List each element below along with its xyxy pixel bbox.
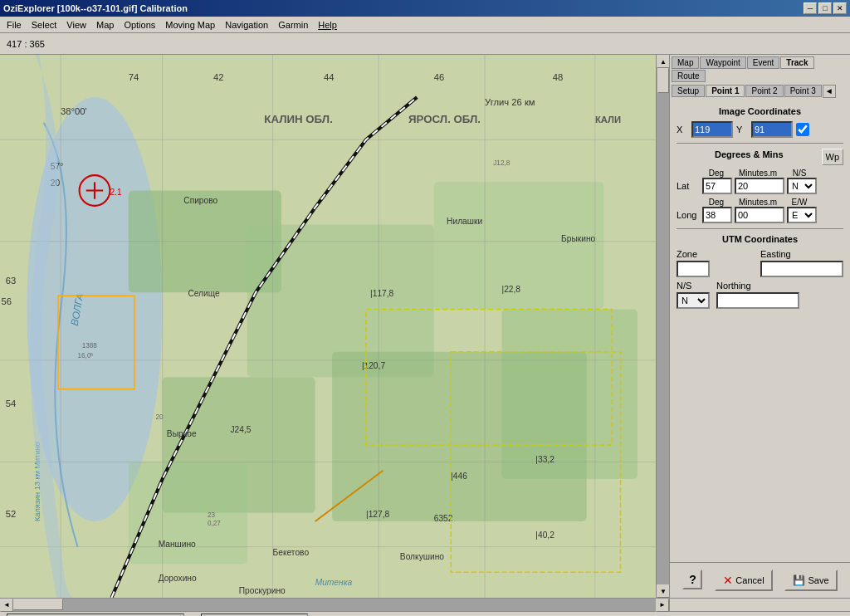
menu-moving-map[interactable]: Moving Map xyxy=(160,18,220,32)
utm-northing-label: Northing xyxy=(716,281,843,291)
image-coords-title: Image Coordinates xyxy=(677,106,843,116)
bottom-scrollbar: ◄ ► xyxy=(0,598,850,611)
lat-ns-select[interactable]: N S xyxy=(787,178,817,194)
right-panel: Map Waypoint Event Track Route Setup Poi… xyxy=(669,55,850,598)
tab-point2[interactable]: Point 2 xyxy=(745,85,783,97)
h-scroll-area[interactable]: ◄ ► xyxy=(0,599,669,611)
panel-content: Image Coordinates X Y Degrees & Mins Wp xyxy=(670,100,850,562)
lat-deg-input[interactable] xyxy=(702,178,732,194)
utm-section: UTM Coordinates Zone Easting N/S xyxy=(677,234,843,309)
tabs-row2: Setup Point 1 Point 2 Point 3 ◄ xyxy=(672,85,848,98)
svg-text:6352: 6352 xyxy=(434,514,453,523)
col-deg-label2: Deg xyxy=(701,198,731,207)
svg-text:Волкушино: Волкушино xyxy=(400,552,444,561)
svg-text:|117,8: |117,8 xyxy=(370,289,394,298)
map-image[interactable]: 38°00' 57° 20 74 42 44 46 48 КАЛИН ОБЛ. … xyxy=(0,55,656,598)
utm-zone-label: Zone xyxy=(677,249,754,259)
save-button[interactable]: 💾 Save xyxy=(784,570,837,591)
utm-zone-input[interactable] xyxy=(677,261,710,277)
svg-text:23: 23 xyxy=(208,511,216,519)
tab-waypoint[interactable]: Waypoint xyxy=(700,56,745,69)
svg-text:1388: 1388 xyxy=(82,342,98,350)
svg-text:63: 63 xyxy=(6,276,16,286)
tab-track[interactable]: Track xyxy=(780,56,813,69)
long-ew-select[interactable]: E W xyxy=(787,207,817,223)
vertical-scrollbar[interactable]: ▲ ▼ xyxy=(656,55,669,598)
menu-map[interactable]: Map xyxy=(91,18,119,32)
tab-point3[interactable]: Point 3 xyxy=(784,85,822,97)
svg-text:Выркое: Выркое xyxy=(167,429,197,438)
tab-route[interactable]: Route xyxy=(672,70,706,82)
svg-text:74: 74 xyxy=(129,72,139,82)
utm-row1: Zone Easting xyxy=(677,249,843,277)
utm-ns-select[interactable]: N S xyxy=(677,292,710,309)
utm-northing-input[interactable] xyxy=(716,292,799,309)
svg-text:Спирово: Спирово xyxy=(183,196,217,205)
y-label: Y xyxy=(736,125,748,134)
x-label: X xyxy=(677,125,688,134)
long-min-input[interactable] xyxy=(735,207,784,223)
tabs-row1: Map Waypoint Event Track Route xyxy=(672,56,848,83)
scroll-thumb-v[interactable] xyxy=(657,68,669,93)
scroll-up-button[interactable]: ▲ xyxy=(657,55,669,68)
xy-coords-row: X Y xyxy=(677,121,843,138)
svg-text:Проскурино: Проскурино xyxy=(239,586,286,595)
save-icon: 💾 xyxy=(793,574,805,586)
lat-label: Lat xyxy=(677,181,700,191)
svg-text:Углич 26 км: Углич 26 км xyxy=(485,97,535,107)
map-panel: 38°00' 57° 20 74 42 44 46 48 КАЛИН ОБЛ. … xyxy=(0,55,669,598)
window-title: OziExplorer [100k--o37-101.gif] Calibrat… xyxy=(3,3,188,13)
menu-garmin[interactable]: Garmin xyxy=(273,18,313,32)
menu-options[interactable]: Options xyxy=(119,18,160,32)
h-scroll-thumb[interactable] xyxy=(13,599,63,610)
col-ew-label: E/W xyxy=(784,198,814,207)
wp-button[interactable]: Wp xyxy=(822,149,844,165)
x-input[interactable] xyxy=(691,121,733,138)
action-buttons-panel: ? ✕ Cancel 💾 Save xyxy=(670,562,850,598)
h-scroll-track[interactable] xyxy=(13,599,656,611)
minimize-button[interactable]: ─ xyxy=(804,2,817,14)
separator1 xyxy=(677,143,843,144)
tab-setup[interactable]: Setup xyxy=(672,85,705,97)
close-button[interactable]: ✕ xyxy=(833,2,847,14)
scroll-left-button[interactable]: ◄ xyxy=(0,599,13,612)
cancel-icon: ✕ xyxy=(723,574,733,587)
waypoints-status: Waypoints Used : 0 of 10000 (GPS:500) xyxy=(7,614,184,617)
scroll-down-button[interactable]: ▼ xyxy=(657,584,669,598)
main-content: 38°00' 57° 20 74 42 44 46 48 КАЛИН ОБЛ. … xyxy=(0,55,850,598)
svg-text:46: 46 xyxy=(434,72,445,82)
menu-select[interactable]: Select xyxy=(27,18,62,32)
map-container[interactable]: 38°00' 57° 20 74 42 44 46 48 КАЛИН ОБЛ. … xyxy=(0,55,656,598)
svg-text:Селище: Селище xyxy=(188,289,220,298)
svg-text:Митенка: Митенка xyxy=(315,578,353,587)
lat-min-input[interactable] xyxy=(735,178,784,194)
tab-event[interactable]: Event xyxy=(747,56,780,69)
tab-map[interactable]: Map xyxy=(672,56,699,69)
lat-row: Lat N S xyxy=(677,178,843,194)
y-input[interactable] xyxy=(751,121,793,138)
svg-text:52: 52 xyxy=(6,509,16,519)
menu-navigation[interactable]: Navigation xyxy=(220,18,273,32)
scroll-right-button[interactable]: ► xyxy=(656,599,669,612)
svg-text:J24,5: J24,5 xyxy=(230,425,251,434)
scroll-track-v[interactable] xyxy=(657,68,669,584)
help-button[interactable]: ? xyxy=(682,570,702,589)
coords-checkbox[interactable] xyxy=(796,123,809,136)
utm-easting-input[interactable] xyxy=(760,261,843,277)
menu-help[interactable]: Help xyxy=(313,18,342,32)
svg-text:|446: |446 xyxy=(451,472,467,481)
svg-text:20: 20 xyxy=(156,413,164,421)
tab-more[interactable]: ◄ xyxy=(823,85,836,98)
svg-text:ЯРОСЛ. ОБЛ.: ЯРОСЛ. ОБЛ. xyxy=(408,113,481,125)
menu-file[interactable]: File xyxy=(2,18,27,32)
tab-point1[interactable]: Point 1 xyxy=(706,85,745,97)
svg-text:|127,8: |127,8 xyxy=(366,510,390,519)
svg-text:2.1: 2.1 xyxy=(110,188,122,197)
menu-view[interactable]: View xyxy=(61,18,91,32)
long-deg-input[interactable] xyxy=(702,207,732,223)
maximize-button[interactable]: □ xyxy=(818,2,832,14)
cancel-button[interactable]: ✕ Cancel xyxy=(715,570,772,591)
utm-row2: N/S N S Northing xyxy=(677,281,843,309)
svg-text:16,0⁶: 16,0⁶ xyxy=(78,352,94,359)
svg-text:0,27: 0,27 xyxy=(208,520,221,527)
